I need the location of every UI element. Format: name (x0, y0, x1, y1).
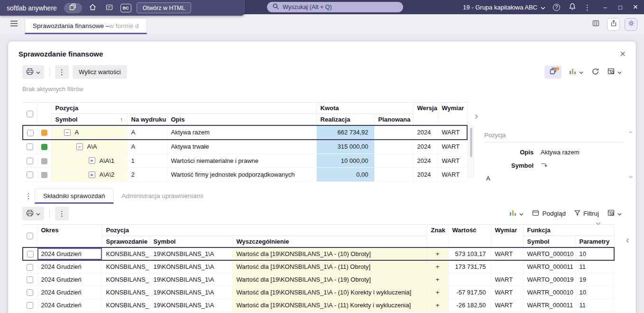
chart-view-button[interactable] (568, 66, 584, 78)
notifications-button[interactable] (568, 2, 577, 12)
detail-scrollbar[interactable] (628, 127, 633, 180)
row-checkbox[interactable] (27, 158, 33, 164)
cell-wymiar[interactable]: WART (438, 140, 467, 154)
cell-wyszczegolnienie[interactable]: Wartość dla [19\KONSBILANS_1\A - (10) Ko… (232, 286, 427, 299)
cell-na-wydruku[interactable]: A (127, 125, 167, 140)
cell-wymiar[interactable]: WART (438, 168, 467, 182)
window-close-button[interactable]: × (628, 0, 643, 14)
cell-parametry[interactable]: 11 (575, 260, 614, 273)
global-search-input[interactable]: Wyszukaj (Alt + Q) (267, 2, 403, 12)
cell-wartosc[interactable] (448, 273, 491, 286)
cell-symbol[interactable]: 19\KONSBILANS_1\A (149, 260, 232, 273)
detail-collapse-button[interactable] (475, 113, 478, 121)
header-pozycja-group[interactable]: Pozycja (102, 225, 427, 236)
cell-sprawozdanie[interactable]: KONSBILANS_1 (102, 273, 149, 286)
cell-wartosc[interactable]: -57 917,50 (448, 286, 491, 299)
navigate-icon[interactable] (541, 162, 548, 169)
row-checkbox[interactable] (27, 130, 34, 136)
row-checkbox[interactable] (27, 171, 33, 178)
table-row[interactable]: 2024 Grudzień KONSBILANS_1 19\KONSBILANS… (23, 260, 614, 273)
cell-realizacja[interactable]: 10 000,00 (316, 153, 374, 168)
header-planowana[interactable]: Planowana (374, 114, 413, 126)
grid-settings-button[interactable] (607, 66, 623, 78)
open-in-html-button[interactable]: Otwórz w HTML (137, 2, 192, 13)
collapse-icon[interactable]: − (64, 129, 71, 136)
row-checkbox-cell[interactable] (23, 168, 37, 182)
row-checkbox[interactable] (27, 302, 33, 309)
calc-values-button[interactable]: Wylicz wartości (73, 65, 127, 79)
header-symbol[interactable]: Symbol (149, 236, 232, 248)
refresh-button[interactable] (591, 66, 600, 78)
cell-znak[interactable]: + (427, 286, 448, 299)
scroll-down-icon[interactable] (629, 171, 633, 180)
cell-wartosc[interactable]: -26 182,50 (448, 299, 491, 312)
cell-symbol[interactable]: 19\KONSBILANS_1\A (149, 286, 232, 299)
side-panel-expand-button[interactable] (626, 237, 629, 245)
cell-symbol[interactable]: 19\KONSBILANS_1\A (149, 299, 232, 312)
cell-symbol[interactable]: −A (51, 125, 127, 140)
row-checkbox-cell[interactable] (23, 247, 37, 260)
cell-wyszczegolnienie[interactable]: Wartość dla [19\KONSBILANS_1\A - (11) Ko… (232, 299, 427, 312)
cell-okres[interactable]: 2024 Grudzień (37, 247, 102, 260)
select-all-cell[interactable] (23, 225, 37, 248)
header-funkcja-symbol[interactable]: Symbol (523, 236, 575, 248)
row-checkbox-cell[interactable] (23, 286, 37, 299)
select-all-checkbox[interactable] (27, 233, 33, 239)
cell-symbol[interactable]: +A\A\1 (51, 153, 127, 168)
header-znak[interactable]: Znak (427, 225, 448, 248)
cell-sprawozdanie[interactable]: KONSBILANS_1 (102, 299, 149, 312)
cell-symbol[interactable]: 19\KONSBILANS_1\A (149, 273, 232, 286)
cell-wartosc[interactable]: 173 731,75 (448, 260, 491, 273)
cell-wymiar[interactable] (491, 260, 523, 273)
table-row[interactable]: 2024 Grudzień KONSBILANS_1 19\KONSBILANS… (23, 286, 614, 299)
cell-okres[interactable]: 2024 Grudzień (37, 273, 102, 286)
cell-opis[interactable]: Wartości niematerialne i prawne (167, 153, 316, 168)
scrollbar-thumb[interactable] (470, 128, 472, 157)
tab-sprawozdania-finansowe[interactable]: Sprawozdania finansowe – w formie d (25, 18, 147, 34)
cell-na-wydruku[interactable]: 2 (127, 168, 167, 182)
table-row[interactable]: 2024 Grudzień KONSBILANS_1 19\KONSBILANS… (23, 247, 614, 260)
share-button[interactable] (607, 18, 620, 31)
cell-wymiar[interactable]: WART (438, 125, 467, 140)
cell-znak[interactable]: + (427, 273, 448, 286)
table-row[interactable]: −A A Aktywa razem 662 734,92 2024 WART (23, 125, 467, 140)
cell-funkcja-symbol[interactable]: WARTO_000010 (523, 247, 575, 260)
table-row[interactable]: +A\A\2 2 Wartość firmy jednostek podporz… (23, 168, 467, 182)
cell-symbol[interactable]: 19\KONSBILANS_1\A (149, 247, 232, 260)
cell-wersja[interactable]: 2024 (413, 153, 438, 168)
row-checkbox-cell[interactable] (23, 153, 37, 168)
cell-realizacja[interactable]: 0,00 (316, 168, 374, 182)
cell-okres[interactable]: 2024 Grudzień (37, 286, 102, 299)
cell-funkcja-symbol[interactable]: WARTO_000011 (523, 260, 575, 273)
header-parametry[interactable]: Parametry (575, 236, 614, 248)
upper-grid-scrollbar[interactable] (469, 125, 474, 178)
cell-opis[interactable]: Aktywa trwałe (167, 140, 316, 154)
row-checkbox[interactable] (27, 143, 33, 150)
row-checkbox-cell[interactable] (23, 273, 37, 286)
cell-na-wydruku[interactable]: A (127, 140, 167, 154)
titlebar-menu-button[interactable]: ⋮ (584, 4, 591, 11)
cell-realizacja[interactable]: 662 734,92 (316, 125, 374, 140)
cell-sprawozdanie[interactable]: KONSBILANS_1 (102, 260, 149, 273)
lower-grid-menu-button[interactable]: ⋮ (55, 207, 69, 220)
cell-planowana[interactable] (374, 168, 413, 182)
row-checkbox[interactable] (27, 264, 33, 271)
home-button[interactable] (87, 2, 99, 14)
cell-planowana[interactable] (374, 140, 413, 154)
cell-planowana[interactable] (374, 125, 413, 140)
layout-panels-button[interactable] (589, 18, 602, 31)
grid-settings-button[interactable] (607, 208, 623, 219)
select-all-checkbox[interactable] (27, 111, 33, 117)
cell-wymiar[interactable]: WART (491, 299, 523, 312)
row-checkbox-cell[interactable] (23, 140, 37, 154)
lower-tabs-menu-button[interactable]: ⋮ (22, 192, 35, 200)
table-row[interactable]: 2024 Grudzień KONSBILANS_1 19\KONSBILANS… (23, 299, 614, 312)
company-selector[interactable]: 19 - Grupa kapitałowa ABC (463, 4, 545, 11)
cell-funkcja-symbol[interactable]: WARTR_000011 (523, 299, 575, 312)
header-okres[interactable]: Okres (37, 225, 102, 248)
table-row[interactable]: +A\A\1 1 Wartości niematerialne i prawne… (23, 153, 467, 168)
cell-symbol[interactable]: +A\A\2 (51, 168, 127, 182)
minimize-button[interactable]: – (598, 0, 613, 14)
cell-symbol[interactable]: −A\A (51, 140, 127, 154)
cell-funkcja-symbol[interactable]: WARTR_000010 (523, 286, 575, 299)
